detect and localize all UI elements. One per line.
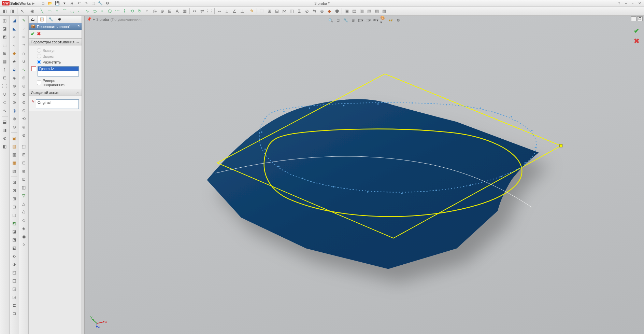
tool-btn[interactable]: ⊞ — [266, 8, 273, 15]
tool-trim[interactable]: ✂ — [191, 8, 198, 15]
radio-scribe[interactable]: Разметить — [31, 59, 79, 65]
breadcrumb-plus-icon[interactable]: + — [93, 17, 95, 22]
v-btn[interactable]: ⊙ — [20, 107, 27, 114]
v-btn[interactable]: ▤ — [11, 143, 18, 150]
tool-line[interactable]: ╲ — [39, 8, 45, 15]
v-btn[interactable]: ⊞ — [1, 50, 8, 57]
tool-btn[interactable]: ○ — [144, 8, 151, 15]
collapse-icon[interactable]: ︽ — [76, 90, 80, 95]
tool-exit-sketch[interactable]: ✎ — [248, 8, 255, 15]
tool-btn[interactable]: ◆ — [326, 8, 333, 15]
tool-btn[interactable]: ▨ — [373, 8, 380, 15]
tool-btn[interactable]: ⊗ — [318, 8, 325, 15]
v-btn[interactable]: ◊ — [20, 241, 27, 248]
pm-ok-button[interactable]: ✔ — [31, 31, 35, 37]
v-btn[interactable]: ⊘ — [20, 99, 27, 106]
options-button[interactable]: ⚙ — [104, 1, 111, 6]
tool-btn[interactable]: ▤ — [351, 8, 358, 15]
v-btn[interactable]: ⊕ — [20, 74, 27, 81]
select-button[interactable]: ⬚ — [90, 1, 96, 6]
v-btn[interactable]: ◧ — [1, 143, 8, 150]
v-btn[interactable]: ⬙ — [11, 66, 18, 73]
tool-spline[interactable]: ∿ — [84, 8, 90, 15]
pm-cancel-button[interactable]: ✖ — [37, 31, 41, 37]
tool-btn[interactable]: ⊥ — [239, 8, 245, 15]
v-btn[interactable]: ⊖ — [11, 124, 18, 130]
maximize-button[interactable]: ▫ — [630, 1, 636, 6]
v-btn[interactable]: ⊏ — [11, 302, 18, 309]
v-btn[interactable]: ⬗ — [11, 261, 18, 268]
edit-appearance-button[interactable]: 🎨▾ — [380, 17, 386, 23]
v-btn[interactable]: ◫ — [1, 17, 8, 24]
breadcrumb-config[interactable]: (По умолчанию<<... — [111, 17, 145, 22]
tool-pattern[interactable]: ⋮⋮ — [206, 8, 213, 15]
v-btn[interactable]: ⊂ — [20, 33, 27, 40]
reverse-checkbox[interactable]: Реверс направления — [31, 79, 79, 87]
pm-tab-config[interactable]: 🔧 — [46, 16, 55, 23]
v-btn[interactable]: ▥ — [11, 151, 18, 158]
confirm-ok-button[interactable]: ✔ — [632, 27, 641, 35]
tool-btn[interactable]: ▥ — [358, 8, 365, 15]
tool-btn[interactable]: ◫ — [288, 8, 295, 15]
tool-btn[interactable]: ▣ — [343, 8, 350, 15]
tool-circle[interactable]: ○ — [54, 8, 60, 15]
prev-view-button[interactable]: 🔧 — [343, 17, 349, 23]
view-settings-button[interactable]: ⚙ — [395, 17, 401, 23]
v-btn[interactable]: ◱ — [11, 277, 18, 284]
v-btn[interactable]: ▽ — [20, 192, 27, 199]
face-selection-list[interactable]: Грань<1> — [38, 66, 79, 76]
logo-dropdown-icon[interactable]: ▶ — [32, 2, 34, 5]
graphics-viewport[interactable]: 📌 + 3 proba (По умолчанию<<... 🔍 ⊡ 🔧 ⊞ ◫… — [85, 16, 644, 334]
surface-face[interactable] — [207, 99, 539, 269]
v-btn[interactable]: ⊡ — [11, 179, 18, 186]
v-btn[interactable]: ⊟ — [11, 204, 18, 210]
v-btn[interactable]: ⬕ — [11, 245, 18, 251]
v-btn[interactable]: ⊚ — [11, 91, 18, 98]
v-btn[interactable]: ⟐ — [11, 33, 18, 40]
v-btn[interactable]: ⊐ — [11, 310, 18, 317]
tool-btn[interactable]: ⊕ — [159, 8, 166, 15]
v-btn[interactable]: ⊠ — [11, 187, 18, 194]
v-btn[interactable]: ◈ — [11, 74, 18, 81]
minimize-button[interactable]: – — [623, 1, 629, 6]
v-sketch[interactable]: ✎ — [20, 17, 27, 24]
v-btn[interactable]: ⬘ — [11, 58, 18, 65]
v-btn[interactable]: ▦ — [1, 58, 8, 65]
tool-btn[interactable]: ◉ — [29, 8, 35, 15]
v-btn[interactable]: ⊟ — [1, 74, 8, 81]
tool-btn[interactable]: ⬢ — [333, 8, 340, 15]
plane-handle[interactable] — [560, 144, 562, 147]
save-button[interactable]: 💾 — [54, 1, 60, 6]
splitter-handle[interactable] — [82, 16, 85, 334]
tool-btn[interactable]: ⊟ — [273, 8, 280, 15]
v-btn[interactable]: ◫ — [11, 212, 18, 219]
v-btn[interactable]: ◰ — [11, 269, 18, 276]
v-btn[interactable]: ⊞ — [20, 151, 27, 158]
v-btn[interactable]: ⬦ — [11, 42, 18, 48]
tool-btn[interactable]: ◧ — [1, 8, 8, 15]
view-orient-button[interactable]: ◫▾ — [358, 17, 364, 23]
tool-btn[interactable]: ⌇ — [121, 8, 128, 15]
v-btn[interactable]: ⬚ — [1, 42, 8, 48]
v-btn[interactable]: ▣ — [11, 135, 18, 142]
reverse-checkbox-input[interactable] — [37, 81, 41, 85]
tool-btn[interactable]: Σ — [296, 8, 303, 15]
v-btn[interactable]: ⬚ — [20, 143, 27, 150]
tool-text[interactable]: A — [174, 8, 181, 15]
v-btn[interactable]: ⊟ — [20, 159, 27, 166]
tool-spline2[interactable]: 〰 — [114, 8, 120, 15]
pm-tab-property[interactable]: 📋 — [38, 16, 46, 23]
tool-arc2[interactable]: ◡ — [69, 8, 75, 15]
hide-show-button[interactable]: 👁▾ — [373, 17, 379, 23]
redo-button[interactable]: ↷ — [83, 1, 89, 6]
v-btn[interactable]: ∪ — [1, 91, 8, 98]
pm-section-wrap-header[interactable]: Параметры свертывания ︽ — [29, 38, 82, 45]
v-btn[interactable]: ∩ — [20, 50, 27, 57]
v-btn[interactable]: ⊠ — [20, 168, 27, 175]
section-view-button[interactable]: ⊞ — [350, 17, 356, 23]
tool-select[interactable]: ↖ — [19, 8, 26, 15]
v-btn[interactable]: ⫿ — [1, 66, 8, 73]
v-btn[interactable]: △ — [20, 200, 27, 207]
tool-rect[interactable]: ▭ — [46, 8, 53, 15]
v-btn[interactable]: ∪ — [20, 58, 27, 65]
